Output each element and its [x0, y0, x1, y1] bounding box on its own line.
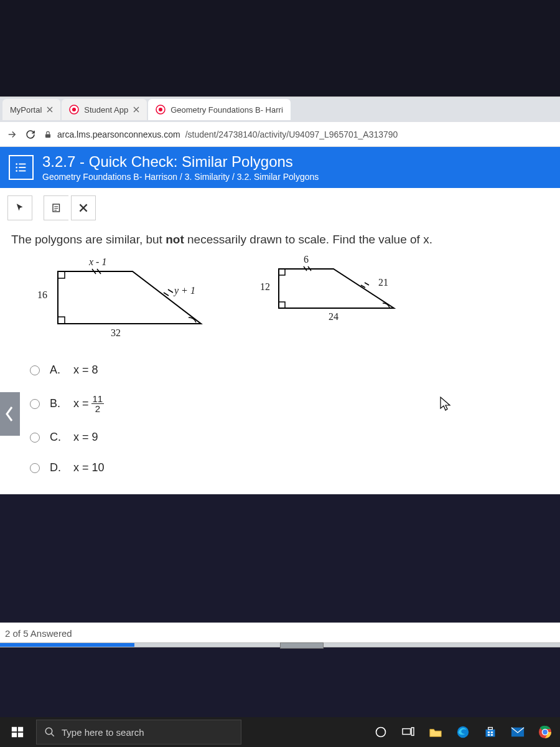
radio-icon[interactable]	[30, 463, 40, 473]
browser-chrome: MyPortal Student App Geometry Foundation…	[0, 96, 560, 147]
store-button[interactable]	[479, 721, 502, 743]
tab-myportal[interactable]: MyPortal	[2, 99, 60, 120]
explorer-button[interactable]	[424, 721, 447, 743]
progress-label: 2 of 5 Answered	[0, 626, 560, 642]
cortana-button[interactable]	[370, 721, 392, 743]
radio-icon[interactable]	[30, 399, 40, 409]
radio-icon[interactable]	[30, 365, 40, 375]
question-content: The polygons are similar, but not necess…	[0, 225, 560, 494]
edge-button[interactable]	[452, 721, 474, 743]
store-icon	[484, 726, 497, 738]
windows-icon	[11, 725, 24, 739]
svg-rect-24	[403, 729, 411, 735]
fraction-den: 2	[94, 404, 101, 413]
svg-rect-16	[279, 269, 285, 275]
url-bar[interactable]: arca.lms.pearsonconnexus.com/student/247…	[44, 129, 554, 139]
url-path: /student/24738140/activity/U94097_L96570…	[185, 129, 398, 139]
tab-label: MyPortal	[10, 105, 42, 115]
answer-choices: A. x = 8 B. x = 11 2 C. x = 9 D. x = 10	[30, 355, 549, 483]
chrome-button[interactable]	[534, 721, 556, 743]
svg-rect-20	[12, 733, 17, 737]
pointer-icon	[14, 202, 26, 214]
tab-label: Geometry Foundations B- Harri	[170, 105, 283, 115]
tab-label: Student App	[84, 105, 128, 115]
note-tool-button[interactable]	[44, 195, 68, 220]
svg-rect-27	[486, 730, 495, 737]
tab-geometry[interactable]: Geometry Foundations B- Harri	[148, 99, 291, 120]
choice-letter: C.	[50, 431, 63, 444]
svg-point-5	[16, 163, 17, 165]
prev-question-button[interactable]	[0, 392, 20, 436]
fraction: 11 2	[91, 394, 105, 413]
lock-icon	[44, 130, 52, 139]
url-host: arca.lms.pearsonconnexus.com	[57, 129, 180, 139]
scroll-thumb[interactable]	[280, 642, 324, 649]
progress-area: 2 of 5 Answered	[0, 622, 560, 647]
start-button[interactable]	[4, 718, 31, 746]
svg-rect-17	[279, 302, 285, 308]
edge-icon	[456, 725, 470, 739]
close-icon[interactable]	[133, 106, 139, 113]
taskbar-search[interactable]: Type here to search	[36, 720, 241, 745]
windows-taskbar: Type here to search	[0, 717, 560, 747]
svg-rect-25	[411, 728, 414, 736]
svg-rect-8	[19, 167, 26, 168]
tab-strip: MyPortal Student App Geometry Foundation…	[0, 97, 560, 122]
progress-fill	[0, 643, 134, 647]
question-bold: not	[166, 233, 184, 246]
svg-rect-28	[488, 728, 493, 730]
svg-rect-4	[45, 134, 50, 138]
favicon-icon	[156, 105, 166, 115]
task-view-button[interactable]	[397, 721, 419, 743]
svg-rect-14	[58, 317, 65, 324]
lesson-header: 3.2.7 - Quick Check: Similar Polygons Ge…	[0, 147, 560, 188]
choice-letter: B.	[50, 397, 63, 410]
mail-button[interactable]	[506, 721, 529, 743]
chevron-left-icon	[3, 405, 16, 423]
svg-point-7	[16, 167, 17, 169]
breadcrumb: Geometry Foundations B- Harrison / 3. Si…	[42, 172, 319, 182]
svg-rect-13	[58, 271, 65, 278]
circle-icon	[375, 726, 387, 738]
reload-icon[interactable]	[25, 129, 36, 140]
svg-point-23	[376, 728, 386, 737]
choice-b[interactable]: B. x = 11 2	[30, 385, 549, 422]
close-icon	[79, 204, 88, 212]
tab-student-app[interactable]: Student App	[62, 99, 147, 120]
choice-a[interactable]: A. x = 8	[30, 355, 549, 385]
fig1-top-label: x - 1	[89, 256, 106, 268]
lesson-menu-button[interactable]	[9, 155, 34, 180]
taskview-icon	[401, 726, 415, 738]
choice-text: x = 9	[73, 431, 98, 444]
pointer-tool-button[interactable]	[7, 195, 32, 220]
svg-rect-19	[18, 727, 23, 731]
choice-c[interactable]: C. x = 9	[30, 422, 549, 453]
note-icon	[51, 202, 62, 214]
svg-rect-29	[488, 731, 490, 733]
fig2-top-label: 6	[304, 254, 309, 265]
fig1-right-label: y + 1	[174, 285, 195, 296]
progress-track	[0, 642, 560, 647]
choice-letter: A.	[50, 364, 63, 377]
svg-point-1	[72, 108, 76, 111]
svg-rect-18	[12, 727, 17, 731]
figure-row: x - 1 16 y + 1 32 6 12 21 24	[30, 255, 549, 342]
camera-dark-area	[0, 0, 560, 96]
svg-marker-12	[58, 271, 201, 324]
svg-point-9	[16, 170, 17, 172]
radio-icon[interactable]	[30, 433, 40, 443]
svg-rect-21	[18, 733, 23, 737]
svg-marker-15	[279, 269, 394, 308]
fraction-num: 11	[91, 394, 105, 404]
clear-tool-button[interactable]	[71, 195, 96, 220]
trapezoid-2: 6 12 21 24	[254, 255, 416, 324]
svg-rect-31	[488, 734, 490, 736]
close-icon[interactable]	[47, 106, 53, 113]
forward-icon[interactable]	[6, 129, 17, 140]
trapezoid-1: x - 1 16 y + 1 32	[30, 255, 217, 342]
favicon-icon	[69, 105, 79, 115]
search-placeholder: Type here to search	[62, 727, 144, 738]
choice-text: x = 10	[73, 461, 105, 474]
choice-d[interactable]: D. x = 10	[30, 453, 549, 483]
question-text: The polygons are similar, but not necess…	[11, 233, 549, 247]
